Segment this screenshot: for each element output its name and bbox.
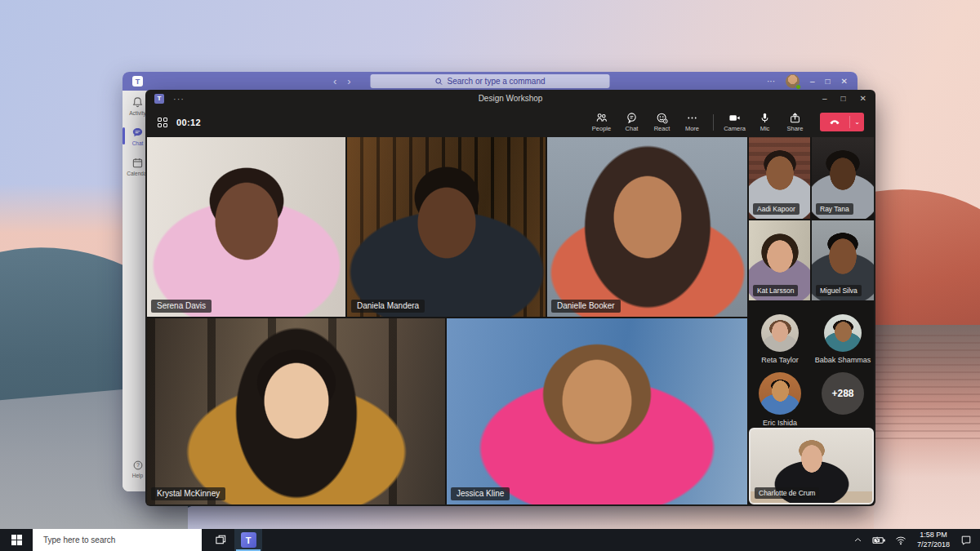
windows-taskbar: Type here to search T 1:58 PM 7/27/2018 xyxy=(0,529,980,551)
video-stage: Serena Davis Daniela Mandera Danielle Bo… xyxy=(147,137,874,504)
maximize-button[interactable]: □ xyxy=(841,94,846,103)
taskbar-teams-app[interactable]: T xyxy=(234,529,262,551)
video-tile[interactable]: Jessica Kline xyxy=(447,318,747,504)
desktop: T ‹ › Search or type a command ··· – □ ✕… xyxy=(0,0,980,551)
video-tile[interactable]: Miguel Silva xyxy=(812,220,874,300)
participant-avatar[interactable] xyxy=(759,372,801,415)
participant-name-label: Reta Taylor xyxy=(749,356,811,364)
button-label: Share xyxy=(786,125,803,132)
button-label: Camera xyxy=(724,125,746,132)
camera-icon xyxy=(728,112,741,124)
clock-date: 7/27/2018 xyxy=(917,540,950,549)
windows-logo-icon xyxy=(11,535,22,545)
share-icon xyxy=(789,112,801,124)
emoji-icon xyxy=(656,112,668,124)
wallpaper-water-reflection xyxy=(874,335,980,441)
participant-avatar[interactable] xyxy=(761,314,799,352)
button-label: Mic xyxy=(760,125,770,132)
tray-network[interactable] xyxy=(892,535,910,545)
clock-time: 1:58 PM xyxy=(917,531,950,540)
wifi-icon xyxy=(895,535,906,545)
overflow-participants-badge[interactable]: +288 xyxy=(822,372,864,415)
chat-button[interactable]: Chat xyxy=(617,112,647,132)
participant-name-label: Krystal McKinney xyxy=(151,487,225,500)
minimize-button[interactable]: – xyxy=(810,77,815,86)
nav-back-button[interactable]: ‹ xyxy=(333,72,336,91)
chat-icon xyxy=(626,112,638,124)
close-button[interactable]: ✕ xyxy=(841,77,848,86)
button-label: React xyxy=(654,125,670,132)
gallery-layout-icon[interactable] xyxy=(158,118,167,127)
react-button[interactable]: React xyxy=(647,112,677,132)
participant-name-label: Aadi Kapoor xyxy=(753,203,800,215)
mic-icon xyxy=(759,112,771,124)
battery-icon xyxy=(872,535,886,545)
chevron-up-icon xyxy=(853,535,862,544)
hangup-phone-icon xyxy=(829,117,840,128)
meeting-timer: 00:12 xyxy=(176,118,201,127)
calendar-icon xyxy=(131,157,144,169)
participant-name-label: Danielle Booker xyxy=(551,300,621,313)
teams-titlebar: T ‹ › Search or type a command ··· – □ ✕ xyxy=(122,72,858,91)
close-button[interactable]: ✕ xyxy=(860,94,866,103)
meeting-more-button[interactable]: ··· xyxy=(173,94,185,104)
people-icon xyxy=(595,112,608,124)
meeting-window: T ··· Design Workshop – □ ✕ 00:12 People… xyxy=(145,90,875,506)
participant-avatar[interactable] xyxy=(824,314,862,352)
participant-name-label: Charlotte de Crum xyxy=(755,487,819,499)
video-tile[interactable]: Aadi Kapoor xyxy=(749,137,810,219)
start-button[interactable] xyxy=(0,529,33,551)
button-label: Chat xyxy=(626,125,639,132)
sidebar-item-label: Chat xyxy=(132,140,144,146)
button-label: People xyxy=(592,125,611,132)
minimize-button[interactable]: – xyxy=(822,94,827,103)
mic-button[interactable]: Mic xyxy=(750,112,780,132)
people-button[interactable]: People xyxy=(586,112,617,132)
more-ellipsis-icon xyxy=(686,112,698,124)
chat-bubble-icon xyxy=(131,127,144,139)
task-view-icon xyxy=(215,534,227,546)
sidebar-item-label: Help xyxy=(132,473,143,478)
video-tile[interactable]: Daniela Mandera xyxy=(347,137,546,317)
maximize-button[interactable]: □ xyxy=(826,77,831,86)
search-placeholder: Search or type a command xyxy=(447,77,545,86)
video-tile[interactable]: Ray Tana xyxy=(812,137,874,219)
camera-button[interactable]: Camera xyxy=(719,112,750,132)
taskbar-search-input[interactable]: Type here to search xyxy=(33,529,202,551)
taskbar-search-placeholder: Type here to search xyxy=(43,535,115,544)
share-button[interactable]: Share xyxy=(780,112,810,132)
search-icon xyxy=(434,78,443,86)
tray-chevron-button[interactable] xyxy=(849,535,867,544)
action-center-icon xyxy=(960,535,972,545)
meeting-toolbar: 00:12 People Chat React More xyxy=(145,107,875,137)
video-tile[interactable]: Serena Davis xyxy=(147,137,345,317)
participant-name-label: Daniela Mandera xyxy=(351,300,425,313)
nav-forward-button[interactable]: › xyxy=(347,72,350,91)
action-center-button[interactable] xyxy=(957,535,975,545)
video-tile[interactable]: Kat Larsson xyxy=(749,220,810,300)
participant-name-label: Jessica Kline xyxy=(451,487,510,500)
toolbar-divider xyxy=(713,114,714,131)
video-tile[interactable]: Danielle Booker xyxy=(547,137,747,317)
task-view-button[interactable] xyxy=(207,529,234,551)
more-button[interactable]: More xyxy=(677,112,707,132)
button-label: More xyxy=(685,125,699,132)
meeting-titlebar: T ··· Design Workshop – □ ✕ xyxy=(145,90,875,107)
tray-battery[interactable] xyxy=(871,535,889,545)
participant-name-label: Eric Ishida xyxy=(749,419,811,427)
participant-name-label: Serena Davis xyxy=(151,300,212,313)
bell-icon xyxy=(131,96,144,109)
hangup-chevron-icon[interactable]: ⌄ xyxy=(850,113,864,131)
teams-app-icon: T xyxy=(241,532,256,548)
user-avatar[interactable] xyxy=(786,74,800,88)
sidebar-item-label: Activity xyxy=(129,110,146,116)
tray-clock[interactable]: 1:58 PM 7/27/2018 xyxy=(913,531,954,549)
hangup-button[interactable]: ⌄ xyxy=(820,113,864,131)
status-available-icon xyxy=(795,84,801,90)
video-tile[interactable]: Krystal McKinney xyxy=(147,318,445,504)
profile-more-button[interactable]: ··· xyxy=(767,77,775,86)
pinned-video-tile[interactable]: Charlotte de Crum xyxy=(749,428,874,504)
teams-logo-icon: T xyxy=(154,94,164,104)
command-search-input[interactable]: Search or type a command xyxy=(371,74,610,88)
svg-text:?: ? xyxy=(136,462,140,468)
